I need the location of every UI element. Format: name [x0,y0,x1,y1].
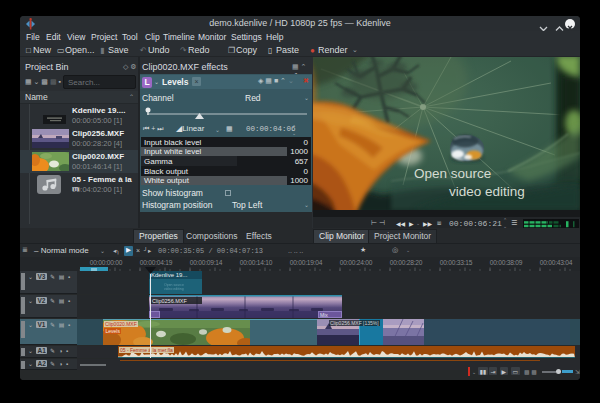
svg-text:Clip0256.MXF: Clip0256.MXF [152,298,187,304]
svg-text:Open source: Open source [414,166,491,181]
svg-text:video editing: video editing [449,184,525,199]
